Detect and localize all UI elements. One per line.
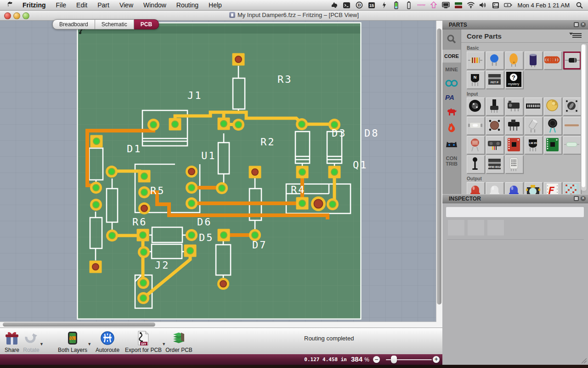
part-label-r5[interactable]: R5 [150, 185, 165, 196]
part-npn-transistor[interactable]: N [467, 71, 485, 89]
arrow-up-icon[interactable] [430, 1, 438, 9]
part-mosfet[interactable]: FET P [486, 71, 504, 89]
part-label-r4[interactable]: R4 [291, 184, 306, 196]
battery-empty-icon[interactable] [405, 1, 413, 9]
menu-file[interactable]: File [51, 0, 72, 10]
parts-panel-header[interactable]: PARTS [442, 20, 588, 29]
part-sensor-breakout-green[interactable] [544, 136, 562, 154]
menu-edit[interactable]: Edit [71, 0, 92, 10]
canvas-horizontal-scrollbar-thumb[interactable] [3, 322, 155, 327]
part-resistor[interactable] [467, 52, 485, 69]
export-for-pcb-button[interactable]: DIY Export for PCB ▼ [125, 330, 162, 353]
part-label-r2[interactable]: R2 [260, 136, 276, 148]
zoom-out-button[interactable]: – [373, 356, 380, 363]
tab-schematic[interactable]: Schematic [95, 19, 134, 29]
part-label-r3[interactable]: R3 [277, 74, 293, 85]
tab-breadboard[interactable]: Breadboard [52, 19, 95, 29]
part-accelerometer-breakout[interactable] [505, 136, 523, 154]
part-pushbutton[interactable] [486, 117, 504, 135]
calendar-15-icon[interactable]: 15 [368, 1, 376, 9]
part-slide-switch[interactable] [467, 117, 485, 135]
parts-scrollbar-thumb[interactable] [582, 45, 585, 187]
part-label-d5[interactable]: D5 [199, 232, 214, 243]
inspector-panel-header[interactable]: INSPECTOR [442, 194, 588, 203]
pcb-canvas[interactable]: R3J1R2D3D8Q1D1U1R5R4R6D6D5D7J2 [0, 20, 442, 328]
parts-bin-tab-contrib[interactable]: CON TRIB [442, 152, 461, 170]
canvas-vertical-scrollbar[interactable] [436, 20, 442, 322]
part-seven-segment-display[interactable]: F [544, 182, 562, 194]
part-rfid-id12[interactable]: RFID ID12 [486, 155, 504, 173]
apple-menu[interactable] [0, 1, 17, 9]
part-reed-switch[interactable] [563, 136, 581, 154]
part-led-blue[interactable] [505, 182, 523, 194]
display-icon[interactable] [442, 1, 450, 9]
part-label-j2[interactable]: J2 [155, 259, 170, 271]
canvas-horizontal-scrollbar[interactable] [0, 322, 436, 328]
part-label-d3[interactable]: D3 [332, 127, 347, 139]
part-label-d8[interactable]: D8 [364, 127, 379, 139]
part-force-sensor[interactable] [544, 117, 562, 135]
clock-app-icon[interactable]: Đ [355, 1, 363, 9]
part-label-j1[interactable]: J1 [187, 90, 203, 101]
part-ceramic-capacitor[interactable] [486, 52, 504, 69]
part-led-clear[interactable] [486, 182, 504, 194]
zoom-in-button[interactable]: + [433, 356, 440, 363]
part-trimmer-potentiometer[interactable] [505, 98, 523, 115]
wifi-icon[interactable] [467, 1, 475, 9]
part-electret-microphone[interactable] [467, 155, 485, 173]
part-label-r6[interactable]: R6 [132, 216, 147, 228]
part-servo-motor[interactable] [525, 182, 543, 194]
part-photocell[interactable] [467, 136, 485, 154]
part-label-q1[interactable]: Q1 [353, 159, 368, 171]
parts-bin-tab-adafruit[interactable] [442, 136, 461, 152]
resize-grip[interactable] [580, 358, 587, 363]
part-electrolytic-capacitor-purple[interactable] [525, 52, 543, 69]
part-led-red[interactable] [467, 182, 485, 194]
terminal-icon[interactable] [343, 1, 351, 9]
part-flex-sensor[interactable] [563, 117, 581, 135]
spotlight-icon[interactable] [575, 1, 583, 9]
part-lm35-temperature-sensor[interactable]: LM 35 [525, 136, 543, 154]
part-led-matrix[interactable] [563, 182, 581, 194]
volume-icon[interactable] [479, 1, 487, 9]
stack-icon[interactable] [454, 1, 463, 9]
rabbit-icon[interactable] [330, 1, 339, 9]
order-pcb-button[interactable]: Order PCB [165, 330, 192, 353]
part-mystery-part[interactable]: ?mystery [505, 71, 523, 89]
part-rotary-switch[interactable] [563, 98, 581, 115]
part-inductor-coil[interactable] [544, 52, 562, 69]
part-piezo[interactable] [544, 98, 562, 115]
inspector-close-icon[interactable] [581, 196, 586, 201]
part-toggle-switch[interactable] [505, 117, 523, 135]
parts-bin-tab-arduino[interactable] [442, 76, 461, 91]
menu-routing[interactable]: Routing [171, 0, 204, 10]
both-layers-button[interactable]: Both Layers ▼ [58, 330, 87, 353]
parts-scrollbar[interactable] [581, 43, 587, 191]
part-diode[interactable] [563, 52, 581, 69]
part-label-u1[interactable]: U1 [201, 150, 216, 161]
zoom-slider-handle[interactable] [391, 356, 397, 363]
share-button[interactable]: Share [4, 330, 20, 353]
parts-bin-tab-flame[interactable] [442, 121, 461, 136]
menu-window[interactable]: Window [138, 0, 171, 10]
rotate-button[interactable]: Rotate ▼ [23, 330, 40, 353]
bolt-icon[interactable] [380, 1, 388, 9]
part-label-d1[interactable]: D1 [127, 143, 142, 155]
canvas-vertical-scrollbar-thumb[interactable] [437, 29, 441, 305]
part-humidity-sensor[interactable] [505, 155, 523, 173]
pcb-drawing[interactable]: R3J1R2D3D8Q1D1U1R5R4R6D6D5D7J2 [0, 20, 436, 322]
part-distance-sensor[interactable] [486, 136, 504, 154]
parts-bin-tab-mine[interactable]: MINE [442, 63, 461, 76]
parts-undock-icon[interactable] [574, 22, 579, 27]
menu-view[interactable]: View [114, 0, 138, 10]
part-label-d7[interactable]: D7 [252, 239, 267, 251]
part-potentiometer[interactable] [486, 98, 504, 115]
part-tilt-sensor[interactable] [525, 117, 543, 135]
part-rotary-encoder[interactable] [467, 98, 485, 115]
menu-help[interactable]: Help [204, 0, 227, 10]
battery-vertical-icon[interactable] [392, 1, 401, 9]
waveform-icon[interactable] [417, 1, 425, 9]
dropdown-caret-icon[interactable]: ▼ [40, 342, 44, 346]
inspector-undock-icon[interactable] [574, 196, 579, 201]
parts-close-icon[interactable] [581, 22, 586, 27]
